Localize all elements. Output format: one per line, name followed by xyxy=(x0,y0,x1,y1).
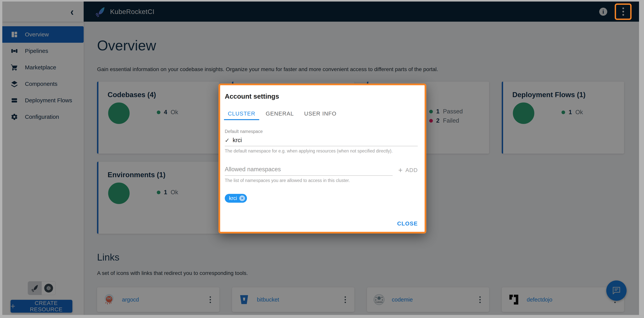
modal-title: Account settings xyxy=(225,93,418,100)
tab-general[interactable]: GENERAL xyxy=(262,108,298,120)
default-namespace-helper: The default namespace for e.g. when appl… xyxy=(225,148,418,154)
check-icon: ✓ xyxy=(225,137,230,144)
account-settings-modal: Account settings CLUSTER GENERAL USER IN… xyxy=(218,84,426,233)
plus-icon: + xyxy=(398,167,403,173)
default-namespace-value: krci xyxy=(232,137,242,144)
window-frame: ‹ Overview Pipelines Marketplace Compon xyxy=(0,0,644,318)
tab-user-info[interactable]: USER INFO xyxy=(300,108,340,120)
allowed-namespaces-input[interactable]: Allowed namespaces xyxy=(225,166,393,176)
modal-tabs: CLUSTER GENERAL USER INFO xyxy=(224,108,418,120)
namespace-chip: krci ✕ xyxy=(225,194,247,203)
default-namespace-label: Default namespace xyxy=(225,129,418,134)
default-namespace-field[interactable]: ✓ krci xyxy=(225,137,418,146)
add-namespace-button[interactable]: + ADD xyxy=(398,167,418,176)
modal-close-button[interactable]: CLOSE xyxy=(397,220,418,227)
namespace-chip-label: krci xyxy=(229,195,237,201)
allowed-namespaces-row: Allowed namespaces + ADD xyxy=(225,166,418,176)
kebab-highlight-box xyxy=(615,4,632,20)
add-button-label: ADD xyxy=(406,167,418,173)
tab-cluster[interactable]: CLUSTER xyxy=(224,108,259,120)
allowed-namespaces-helper: The list of namespaces you are allowed t… xyxy=(225,178,418,183)
app-root: ‹ Overview Pipelines Marketplace Compon xyxy=(2,2,639,315)
chip-delete-icon[interactable]: ✕ xyxy=(239,195,245,201)
